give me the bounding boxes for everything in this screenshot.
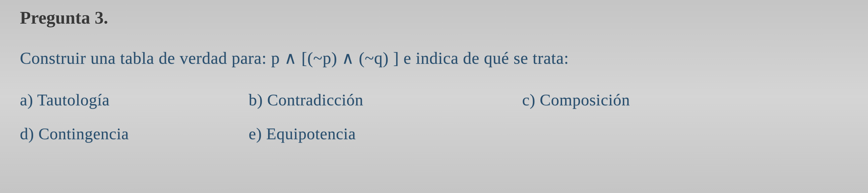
option-a: a) Tautología [20,90,194,109]
option-c: c) Composición [522,90,671,109]
options-container: a) Tautología b) Contradicción c) Compos… [20,90,848,143]
option-b: b) Contradicción [249,90,467,109]
option-e: e) Equipotencia [249,124,398,143]
options-row-2: d) Contingencia e) Equipotencia [20,124,848,143]
option-d: d) Contingencia [20,124,194,143]
question-title: Pregunta 3. [20,7,848,28]
options-row-1: a) Tautología b) Contradicción c) Compos… [20,90,848,109]
question-instruction: Construir una tabla de verdad para: p ∧ … [20,48,848,68]
